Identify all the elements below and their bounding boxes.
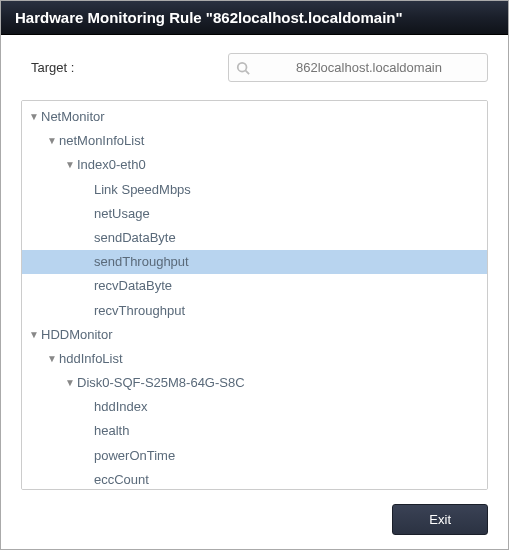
tree-item[interactable]: health bbox=[22, 419, 487, 443]
search-icon bbox=[236, 61, 250, 75]
dialog: Hardware Monitoring Rule "862localhost.l… bbox=[0, 0, 509, 550]
tree-item-label: Disk0-SQF-S25M8-64G-S8C bbox=[77, 374, 245, 392]
chevron-down-icon[interactable]: ▼ bbox=[64, 158, 76, 172]
tree-item[interactable]: ▼Index0-eth0 bbox=[22, 153, 487, 177]
svg-point-0 bbox=[238, 62, 247, 71]
svg-line-1 bbox=[246, 70, 250, 74]
tree-item[interactable]: sendThroughput bbox=[22, 250, 487, 274]
tree-item[interactable]: ▼netMonInfoList bbox=[22, 129, 487, 153]
tree-item-label: netMonInfoList bbox=[59, 132, 144, 150]
tree-item-label: Index0-eth0 bbox=[77, 156, 146, 174]
tree-item-label: netUsage bbox=[94, 205, 150, 223]
tree-item-label: NetMonitor bbox=[41, 108, 105, 126]
tree-item[interactable]: Link SpeedMbps bbox=[22, 178, 487, 202]
chevron-down-icon[interactable]: ▼ bbox=[64, 376, 76, 390]
chevron-down-icon[interactable]: ▼ bbox=[28, 328, 40, 342]
tree-item-label: health bbox=[94, 422, 129, 440]
chevron-down-icon[interactable]: ▼ bbox=[46, 352, 58, 366]
tree-item-label: hddIndex bbox=[94, 398, 148, 416]
title-bar: Hardware Monitoring Rule "862localhost.l… bbox=[1, 1, 508, 35]
target-input[interactable] bbox=[228, 53, 488, 82]
tree-item-label: sendThroughput bbox=[94, 253, 189, 271]
tree-item-label: recvDataByte bbox=[94, 277, 172, 295]
target-row: Target : bbox=[21, 53, 488, 82]
tree-item[interactable]: eccCount bbox=[22, 468, 487, 490]
tree-item-label: sendDataByte bbox=[94, 229, 176, 247]
chevron-down-icon[interactable]: ▼ bbox=[28, 110, 40, 124]
tree-item[interactable]: sendDataByte bbox=[22, 226, 487, 250]
tree-view[interactable]: ▼NetMonitor▼netMonInfoList▼Index0-eth0Li… bbox=[21, 100, 488, 490]
dialog-content: Target : ▼NetMonitor▼netMonInfoList▼Inde… bbox=[1, 35, 508, 549]
tree-item[interactable]: ▼NetMonitor bbox=[22, 105, 487, 129]
tree-item-label: recvThroughput bbox=[94, 302, 185, 320]
tree-item-label: Link SpeedMbps bbox=[94, 181, 191, 199]
chevron-down-icon[interactable]: ▼ bbox=[46, 134, 58, 148]
tree-item[interactable]: ▼Disk0-SQF-S25M8-64G-S8C bbox=[22, 371, 487, 395]
dialog-title: Hardware Monitoring Rule "862localhost.l… bbox=[15, 9, 403, 26]
exit-button[interactable]: Exit bbox=[392, 504, 488, 535]
tree-item[interactable]: ▼hddInfoList bbox=[22, 347, 487, 371]
tree-item-label: eccCount bbox=[94, 471, 149, 489]
footer: Exit bbox=[21, 490, 488, 535]
tree-item[interactable]: recvThroughput bbox=[22, 299, 487, 323]
tree-item-label: HDDMonitor bbox=[41, 326, 113, 344]
target-input-wrap bbox=[228, 53, 488, 82]
tree-item[interactable]: recvDataByte bbox=[22, 274, 487, 298]
tree-item[interactable]: ▼HDDMonitor bbox=[22, 323, 487, 347]
tree-item[interactable]: powerOnTime bbox=[22, 444, 487, 468]
tree-item-label: powerOnTime bbox=[94, 447, 175, 465]
tree-item[interactable]: netUsage bbox=[22, 202, 487, 226]
tree-item-label: hddInfoList bbox=[59, 350, 123, 368]
tree-item[interactable]: hddIndex bbox=[22, 395, 487, 419]
target-label: Target : bbox=[21, 60, 81, 75]
